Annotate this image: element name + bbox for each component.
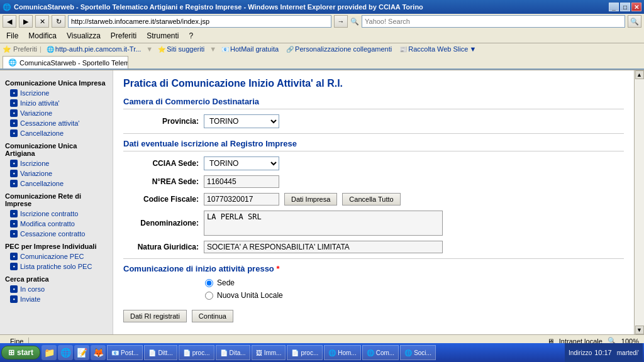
cancella-tutto-button[interactable]: Cancella Tutto (342, 193, 400, 206)
sidebar-item-variazione-artigiana[interactable]: ▪ Variazione (0, 168, 113, 178)
favorites-bar: ⭐ Preferiti | 🌐http-auth.pie.camcom.it-T… (0, 43, 644, 55)
fav-item-1[interactable]: 🌐http-auth.pie.camcom.it-Tr... (44, 45, 144, 53)
codice-fiscale-label: Codice Fiscale: (123, 195, 199, 204)
taskbar-address-label: Indirizzo (569, 349, 592, 356)
forward-button[interactable]: ▶ (19, 15, 33, 28)
search-button[interactable]: 🔍 (628, 15, 641, 28)
menu-help[interactable]: ? (186, 30, 197, 41)
menu-bar: File Modifica Visualizza Preferiti Strum… (0, 29, 644, 43)
bullet-icon-8: ▪ (10, 180, 18, 187)
nrea-row: N°REA Sede: (123, 175, 624, 188)
taskbar-icon-2[interactable]: 🌐 (58, 345, 73, 360)
denominazione-row: Denominazione: LA PERLA SRL (123, 211, 624, 236)
taskbar-icon-4[interactable]: 🦊 (91, 345, 106, 360)
radio-nuova-label: Nuova Unità Locale (217, 291, 283, 300)
sidebar-item-in-corso[interactable]: ▪ In corso (0, 284, 113, 294)
menu-file[interactable]: File (3, 30, 22, 41)
search-input[interactable] (362, 15, 625, 28)
taskbar-btn-5[interactable]: 🖼Imm... (252, 345, 286, 360)
menu-preferiti[interactable]: Preferiti (107, 30, 140, 41)
taskbar-btn-8[interactable]: 🌐Com... (362, 345, 399, 360)
sidebar-item-iscrizione-impresa[interactable]: ▪ Iscrizione (0, 88, 113, 98)
menu-visualizza[interactable]: Visualizza (63, 30, 104, 41)
windows-logo: ⊞ (8, 348, 14, 357)
window-icon: 🌐 (3, 3, 11, 11)
stop-button[interactable]: ✕ (35, 15, 49, 28)
sidebar-title-1: Comunicazione Unica Impresa (0, 75, 113, 88)
back-button[interactable]: ◀ (3, 15, 16, 28)
taskbar-btn-1[interactable]: 📧Post... (107, 345, 143, 360)
continua-button[interactable]: Continua (192, 310, 233, 322)
scroll-down-button[interactable]: ▼ (635, 326, 644, 334)
restore-button[interactable]: □ (620, 3, 630, 11)
denominazione-textarea[interactable]: LA PERLA SRL (204, 211, 443, 236)
taskbar-icon-3[interactable]: 📝 (74, 345, 89, 360)
day-label: martedi' (617, 349, 639, 356)
bullet-icon-14: ▪ (10, 285, 18, 293)
address-bar: ◀ ▶ ✕ ↻ → 🔍 🔍 (0, 14, 644, 29)
start-label: start (17, 348, 33, 357)
bullet-icon-12: ▪ (10, 253, 18, 260)
provincia-select[interactable]: TORINO (204, 114, 279, 128)
bullet-icon-15: ▪ (10, 295, 18, 303)
fav-item-personalizza[interactable]: 🔗Personalizzazione collegamenti (284, 45, 394, 53)
taskbar-btn-9[interactable]: 🌐Soci... (400, 345, 436, 360)
sidebar-item-inizio-attivita[interactable]: ▪ Inizio attivita' (0, 98, 113, 108)
bullet-icon-6: ▪ (10, 160, 18, 167)
close-button[interactable]: ✕ (631, 3, 641, 11)
comunicazione-row: Comunicazione di inizio attività presso … (123, 264, 624, 273)
bullet-icon-2: ▪ (10, 99, 18, 107)
natura-input[interactable] (204, 241, 443, 253)
taskbar-btn-3[interactable]: 📄proc... (179, 345, 214, 360)
sidebar-item-cessazione-impresa[interactable]: ▪ Cessazione attivita' (0, 118, 113, 128)
sidebar-section-comunicazione-impresa: Comunicazione Unica Impresa ▪ Iscrizione… (0, 75, 113, 138)
taskbar-icon-1[interactable]: 📁 (42, 345, 57, 360)
sidebar-item-modifica-contratto[interactable]: ▪ Modifica contratto (0, 219, 113, 229)
sidebar-title-2: Comunicazione Unica Artigiana (0, 138, 113, 158)
sidebar-item-iscrizione-contratto[interactable]: ▪ Iscrizione contratto (0, 209, 113, 219)
sidebar-item-cessazione-contratto[interactable]: ▪ Cessazione contratto (0, 229, 113, 239)
provincia-row: Provincia: TORINO (123, 114, 624, 128)
taskbar-btn-4[interactable]: 📄Dita... (216, 345, 250, 360)
radio-group: Sede Nuova Unità Locale (205, 278, 624, 300)
window-title: ComunicaStarweb - Sportello Telematico A… (11, 3, 609, 11)
fav-item-raccolta[interactable]: 📰Raccolta Web Slice▼ (397, 45, 479, 53)
divider-1 (123, 133, 624, 134)
dati-impresa-button[interactable]: Dati Impresa (284, 193, 337, 206)
radio-nuova-input[interactable] (205, 292, 213, 300)
natura-row: Natura Giuridica: (123, 241, 624, 253)
sidebar-item-inviate[interactable]: ▪ Inviate (0, 294, 113, 304)
denominazione-label: Denominazione: (123, 219, 199, 228)
refresh-button[interactable]: ↻ (52, 15, 65, 28)
radio-sede-input[interactable] (205, 279, 213, 287)
taskbar-btn-7[interactable]: 🌐Hom... (324, 345, 360, 360)
sidebar-item-variazione-impresa[interactable]: ▪ Variazione (0, 108, 113, 118)
sidebar-item-lista-pratiche[interactable]: ▪ Lista pratiche solo PEC (0, 261, 113, 272)
nrea-input[interactable] (204, 175, 279, 188)
menu-strumenti[interactable]: Strumenti (143, 30, 182, 41)
radio-sede[interactable]: Sede (205, 278, 624, 287)
scrollbar[interactable]: ▲ ▼ (634, 70, 644, 334)
sidebar-item-iscrizione-artigiana[interactable]: ▪ Iscrizione (0, 158, 113, 168)
sidebar-item-cancellazione-artigiana[interactable]: ▪ Cancellazione (0, 178, 113, 189)
codice-fiscale-input[interactable] (204, 193, 279, 206)
taskbar-btn-6[interactable]: 📄proc... (287, 345, 323, 360)
tab-main[interactable]: 🌐 ComunicaStarweb - Sportello Telematico… (3, 56, 128, 69)
minimize-button[interactable]: _ (609, 3, 619, 11)
radio-nuova-unita[interactable]: Nuova Unità Locale (205, 291, 624, 300)
go-button[interactable]: → (334, 15, 348, 28)
sidebar-item-cancellazione-impresa[interactable]: ▪ Cancellazione (0, 128, 113, 138)
window-titlebar: 🌐 ComunicaStarweb - Sportello Telematico… (0, 0, 644, 14)
radio-sede-label: Sede (217, 278, 235, 287)
scroll-up-button[interactable]: ▲ (635, 70, 644, 79)
sidebar-item-comunicazione-pec[interactable]: ▪ Comunicazione PEC (0, 251, 113, 261)
dati-ri-button[interactable]: Dati RI registrati (123, 310, 187, 322)
fav-item-hotmail[interactable]: 📧HotMail gratuita (219, 45, 281, 53)
fav-item-siti[interactable]: ⭐Siti suggeriti (155, 45, 207, 53)
taskbar-btn-2[interactable]: 📄Ditt... (144, 345, 177, 360)
address-input[interactable] (68, 15, 331, 28)
start-button[interactable]: ⊞ start (1, 346, 40, 359)
menu-modifica[interactable]: Modifica (25, 30, 60, 41)
cciaa-row: CCIAA Sede: TORINO (123, 156, 624, 170)
cciaa-select[interactable]: TORINO (204, 156, 279, 170)
